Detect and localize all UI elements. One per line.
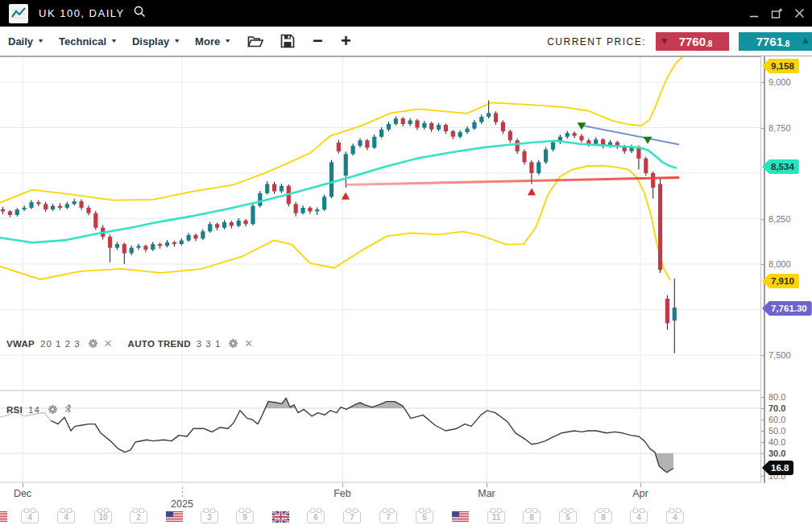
candle-body (437, 125, 441, 130)
candle-body (372, 137, 376, 148)
remove-indicator-icon[interactable]: ✕ (104, 337, 113, 349)
candle-body (215, 224, 219, 228)
gear-icon[interactable] (88, 338, 98, 349)
candle-body (15, 209, 19, 215)
display-menu[interactable]: Display▼ (132, 35, 180, 48)
candle-body (516, 140, 520, 151)
candle-body (673, 308, 677, 320)
price-axis-label: 9,000 (768, 77, 791, 87)
candle-body (201, 231, 205, 238)
timeframe-menu-label: Daily (8, 35, 33, 48)
candle-body (158, 244, 162, 246)
axis-tick (761, 264, 764, 265)
time-axis[interactable]: DecFebMarApr2025441023967751185844 (0, 483, 812, 525)
candle-body (472, 122, 476, 129)
timeframe-menu[interactable]: Daily▼ (8, 35, 44, 48)
candle-body (136, 246, 140, 247)
calendar-week-marker[interactable]: 11 (487, 511, 505, 523)
minimize-button[interactable] (748, 7, 760, 20)
candle-body (79, 201, 83, 208)
us-flag-icon[interactable] (0, 511, 7, 523)
display-menu-label: Display (132, 35, 169, 48)
candle-body (72, 201, 77, 204)
price-chart-canvas[interactable] (0, 56, 761, 483)
candle-body (358, 140, 362, 146)
calendar-week-marker[interactable]: 7 (343, 511, 361, 523)
gear-icon[interactable] (228, 338, 238, 349)
calendar-week-marker[interactable]: 4 (21, 511, 39, 523)
more-menu-label: More (195, 35, 220, 48)
yellow-price-badge[interactable]: 7,910 (762, 274, 799, 288)
calendar-week-marker[interactable]: 5 (416, 511, 433, 523)
candle-body (337, 143, 341, 151)
save-icon[interactable] (280, 34, 295, 48)
candle-body (58, 206, 62, 208)
uk-flag-icon[interactable] (272, 511, 289, 523)
calendar-week-marker[interactable]: 4 (630, 511, 648, 523)
remove-indicator-icon[interactable]: ✕ (244, 337, 253, 349)
candle-body (280, 186, 284, 192)
month-tick (640, 483, 641, 487)
rsi-axis-label: 70.0 (768, 403, 785, 413)
candle-body (487, 113, 491, 117)
candle-body (594, 139, 598, 144)
auto-trend-resistance-line[interactable] (584, 126, 679, 144)
search-icon[interactable] (133, 5, 147, 22)
zoom-in-button[interactable]: + (341, 37, 351, 45)
axis-tick (761, 408, 764, 409)
us-flag-icon[interactable] (166, 511, 183, 523)
candle-body (108, 237, 112, 248)
technical-menu[interactable]: Technical▼ (59, 35, 118, 48)
rsi-legend-label: RSI (6, 405, 23, 415)
rsi-overbought-fill (0, 398, 673, 472)
candle-body (1, 209, 5, 212)
chevron-down-icon: ▼ (173, 38, 180, 44)
axis-tick (761, 420, 764, 420)
vwap-legend-params: 20 1 2 3 (40, 339, 81, 349)
candle-body (93, 213, 97, 228)
zoom-out-button[interactable]: − (313, 37, 323, 45)
price-axis-label: 8,000 (768, 259, 791, 269)
axis-tick (761, 431, 764, 432)
close-button[interactable] (793, 7, 806, 20)
popout-button[interactable] (770, 7, 783, 20)
calendar-week-marker[interactable]: 3 (201, 511, 218, 523)
candle-body (566, 133, 570, 137)
annotation-up-arrow[interactable]: ↑ (65, 399, 73, 417)
candle-body (394, 118, 398, 124)
price-axis[interactable]: 9,0008,7508,2508,0007,50080.070.060.050.… (761, 56, 812, 483)
sell-price-badge[interactable]: 7760.8 (656, 32, 729, 51)
calendar-week-marker[interactable]: 6 (307, 511, 325, 523)
auto-trend-support-line[interactable] (346, 177, 679, 184)
black-price-badge[interactable]: 16.8 (762, 461, 793, 475)
more-menu[interactable]: More▼ (195, 35, 231, 48)
window-controls (748, 0, 806, 27)
candle-body (243, 221, 247, 225)
calendar-week-marker[interactable]: 4 (666, 511, 684, 523)
candle-body (251, 206, 255, 225)
us-flag-icon[interactable] (452, 511, 469, 523)
axis-tick (761, 219, 764, 220)
candle-body (172, 242, 176, 244)
cyan-price-badge[interactable]: 8,534 (762, 159, 799, 174)
rsi-axis-label: 50.0 (768, 426, 785, 436)
buy-price-badge[interactable]: 7761.8 (739, 32, 812, 51)
calendar-week-marker[interactable]: 7 (379, 511, 397, 523)
candle-body (23, 208, 27, 209)
candle-body (65, 204, 69, 208)
open-folder-icon[interactable] (247, 35, 264, 48)
rsi-oversold-fill (0, 398, 673, 472)
gear-icon[interactable] (48, 404, 58, 415)
calendar-week-marker[interactable]: 4 (57, 511, 75, 523)
candle-body (408, 120, 412, 124)
rsi-legend: RSI 14 ✕ (6, 403, 72, 415)
purple-price-badge[interactable]: 7,761.30 (762, 301, 812, 316)
calendar-week-marker[interactable]: 2 (130, 511, 147, 523)
calendar-week-marker[interactable]: 8 (523, 511, 541, 523)
year-label: 2025 (171, 498, 193, 510)
calendar-week-marker[interactable]: 9 (236, 511, 254, 523)
yellow-price-badge[interactable]: 9,158 (762, 59, 799, 73)
calendar-week-marker[interactable]: 10 (94, 511, 112, 523)
calendar-week-marker[interactable]: 8 (594, 511, 612, 523)
calendar-week-marker[interactable]: 5 (559, 511, 577, 523)
